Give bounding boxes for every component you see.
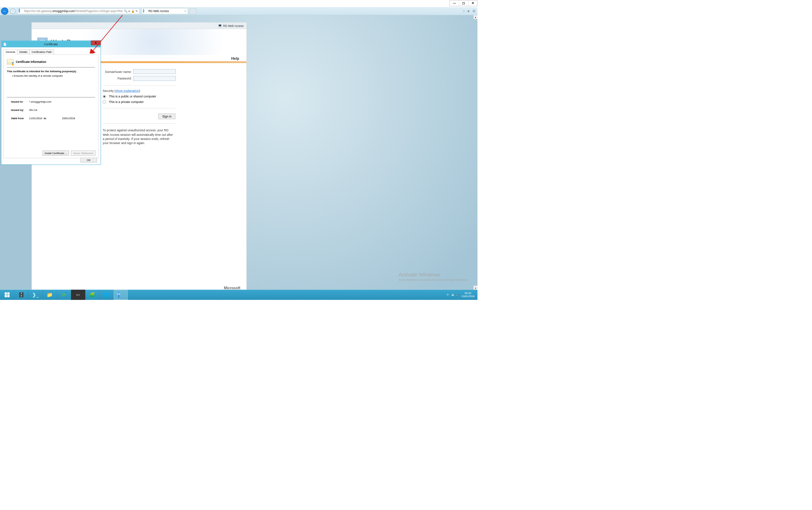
tray-volume-icon[interactable]: 🔈 bbox=[456, 293, 459, 296]
ie-logo-icon bbox=[143, 9, 147, 13]
minimize-button[interactable]: — bbox=[450, 0, 459, 6]
ie-logo-icon bbox=[19, 9, 23, 13]
install-certificate-button[interactable]: Install Certificate… bbox=[42, 151, 69, 156]
rdweb-topbar-label: RD Web Access bbox=[223, 24, 243, 27]
cert-titlebar-icon: 📄 bbox=[3, 42, 7, 46]
domain-user-input[interactable] bbox=[133, 69, 176, 74]
tray-flag-icon[interactable]: 🏳 bbox=[447, 293, 450, 296]
start-button[interactable] bbox=[0, 290, 14, 300]
microsoft-brand: Microsoft bbox=[224, 286, 241, 290]
issued-to-row: Issued to: *.smoggyninja.com bbox=[11, 100, 91, 103]
home-icon[interactable]: ⌂ bbox=[463, 9, 465, 13]
password-input[interactable] bbox=[133, 76, 176, 81]
taskbar-powershell[interactable]: ❯_ bbox=[28, 290, 42, 300]
browser-viewport: ▴ ▾ 🖥️ RD Web Access Work Resources Help… bbox=[0, 15, 477, 290]
maximize-button[interactable]: ◻ bbox=[459, 0, 468, 6]
cert-ok-button[interactable]: OK bbox=[80, 158, 97, 162]
browser-tab[interactable]: RD Web Access × bbox=[141, 8, 188, 14]
nav-back-button[interactable]: ← bbox=[1, 7, 8, 15]
close-window-button[interactable]: ✕ bbox=[468, 0, 477, 6]
taskbar-explorer[interactable]: 📁 bbox=[42, 290, 57, 300]
system-tray: 🏳 🖧 🔈 09:52 13/01/2016 bbox=[444, 290, 477, 300]
url-text: https://sn-rds-gateway.smoggyninja.com/R… bbox=[24, 9, 123, 12]
valid-row: Valid from 11/01/2016 to 10/01/2018 bbox=[11, 117, 91, 120]
windows-logo-icon bbox=[4, 292, 9, 297]
refresh-icon[interactable]: ↻ bbox=[136, 9, 138, 12]
tab-title: RD Web Access bbox=[148, 9, 169, 12]
lock-icon[interactable]: 🔒 bbox=[131, 9, 135, 12]
issuer-statement-button: Issuer Statement bbox=[71, 151, 96, 156]
taskbar-cmd[interactable]: C:\ bbox=[71, 290, 85, 300]
taskbar-vmware[interactable]: ⟳ bbox=[57, 290, 71, 300]
tab-general[interactable]: General bbox=[3, 49, 17, 55]
private-computer-radio[interactable] bbox=[103, 100, 106, 103]
certificate-icon bbox=[7, 59, 13, 64]
cert-purpose-item: • Ensures the identity of a remote compu… bbox=[12, 74, 95, 77]
addr-dropdown-icon[interactable]: ▾ bbox=[128, 9, 130, 12]
show-explanation-link[interactable]: show explanation bbox=[116, 89, 139, 93]
security-line: Security (show explanation) bbox=[103, 89, 176, 93]
search-icon[interactable]: 🔍 bbox=[124, 9, 127, 12]
signin-button[interactable]: Sign in bbox=[158, 114, 175, 119]
rdweb-topbar-icon: 🖥️ bbox=[218, 24, 222, 27]
rdweb-topbar: 🖥️ RD Web Access bbox=[32, 22, 246, 29]
tray-clock[interactable]: 09:52 13/01/2016 bbox=[461, 292, 474, 298]
browser-toolbar: ← → https://sn-rds-gateway.smoggyninja.c… bbox=[0, 7, 477, 16]
scrollbar-up[interactable]: ▴ bbox=[473, 15, 477, 19]
nav-forward-button[interactable]: → bbox=[10, 8, 16, 14]
activate-watermark: Activate Windows Go to System in Control… bbox=[399, 271, 468, 282]
scrollbar-down[interactable]: ▾ bbox=[473, 286, 477, 290]
favorites-icon[interactable]: ★ bbox=[467, 9, 470, 13]
public-computer-label: This is a public or shared computer bbox=[109, 95, 156, 98]
cert-titlebar: 📄 Certificate X bbox=[1, 41, 100, 47]
new-tab-button[interactable] bbox=[190, 8, 196, 14]
os-window-controls: — ◻ ✕ bbox=[450, 0, 477, 6]
certificate-dialog: 📄 Certificate X General Details Certific… bbox=[1, 41, 101, 165]
public-computer-radio[interactable] bbox=[103, 95, 106, 98]
taskbar-app-1[interactable]: 🧩 bbox=[85, 290, 99, 300]
taskbar-server-manager[interactable]: 🗄️ bbox=[14, 290, 28, 300]
password-label: Password: bbox=[103, 77, 132, 80]
cert-tabs: General Details Certification Path bbox=[3, 49, 98, 55]
taskbar-ie[interactable] bbox=[114, 290, 128, 300]
timeout-note: To protect against unauthorized access, … bbox=[103, 128, 173, 145]
cert-purpose-label: This certificate is intended for the fol… bbox=[7, 70, 95, 73]
private-computer-label: This is a private computer bbox=[109, 100, 144, 104]
taskbar: 🗄️ ❯_ 📁 ⟳ C:\ 🧩 🌐 🏳 🖧 🔈 09:52 13/01/2016 bbox=[0, 290, 477, 300]
cert-close-button[interactable]: X bbox=[91, 41, 100, 45]
tab-close-icon[interactable]: × bbox=[184, 9, 186, 12]
address-bar[interactable]: https://sn-rds-gateway.smoggyninja.com/R… bbox=[17, 8, 139, 14]
tab-details[interactable]: Details bbox=[17, 49, 30, 55]
cert-info-heading: Certificate Information bbox=[16, 60, 46, 63]
tab-certification-path[interactable]: Certification Path bbox=[29, 49, 54, 55]
issued-by-row: Issued by: SN-CA bbox=[11, 108, 91, 112]
cert-general-pane: Certificate Information This certificate… bbox=[3, 55, 98, 158]
domain-user-label: Domain\user name: bbox=[103, 70, 132, 73]
tray-network-icon[interactable]: 🖧 bbox=[452, 293, 454, 296]
tools-gear-icon[interactable]: ⚙ bbox=[472, 9, 475, 13]
cert-title-text: Certificate bbox=[44, 42, 58, 46]
taskbar-app-2[interactable]: 🌐 bbox=[99, 290, 114, 300]
